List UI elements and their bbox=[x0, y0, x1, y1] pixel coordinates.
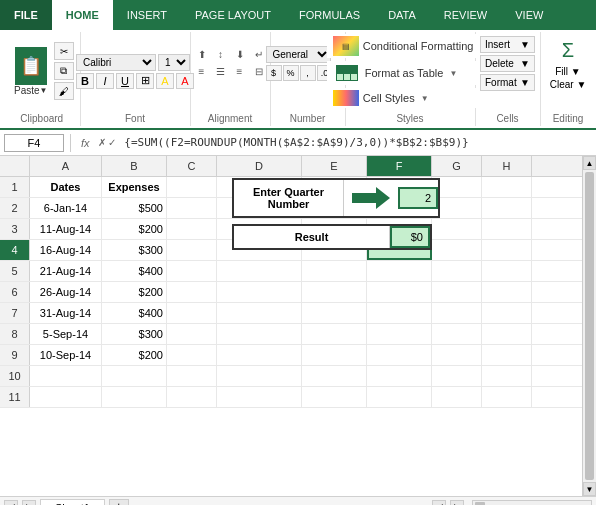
cell-e5[interactable] bbox=[302, 261, 367, 281]
cell-g7[interactable] bbox=[432, 303, 482, 323]
cell-b3[interactable]: $200 bbox=[102, 219, 167, 239]
cell-f9[interactable] bbox=[367, 345, 432, 365]
align-right-button[interactable]: ≡ bbox=[231, 64, 249, 80]
delete-button[interactable]: Delete ▼ bbox=[480, 55, 535, 72]
cell-h9[interactable] bbox=[482, 345, 532, 365]
row-num-7[interactable]: 7 bbox=[0, 303, 30, 323]
cell-h5[interactable] bbox=[482, 261, 532, 281]
align-center-button[interactable]: ☰ bbox=[212, 64, 230, 80]
cell-b6[interactable]: $200 bbox=[102, 282, 167, 302]
cell-b10[interactable] bbox=[102, 366, 167, 386]
format-as-table-button[interactable]: Format as Table ▼ bbox=[327, 61, 494, 85]
cell-a10[interactable] bbox=[30, 366, 102, 386]
row-num-3[interactable]: 3 bbox=[0, 219, 30, 239]
col-header-c[interactable]: C bbox=[167, 156, 217, 176]
cell-a4[interactable]: 16-Aug-14 bbox=[30, 240, 102, 260]
cell-f5[interactable] bbox=[367, 261, 432, 281]
cell-f11[interactable] bbox=[367, 387, 432, 407]
currency-button[interactable]: $ bbox=[266, 65, 282, 81]
cell-b5[interactable]: $400 bbox=[102, 261, 167, 281]
cell-a8[interactable]: 5-Sep-14 bbox=[30, 324, 102, 344]
scroll-down-button[interactable]: ▼ bbox=[583, 482, 596, 496]
cell-f7[interactable] bbox=[367, 303, 432, 323]
tab-view[interactable]: VIEW bbox=[501, 0, 557, 30]
font-family-select[interactable]: Calibri bbox=[76, 54, 156, 71]
col-header-a[interactable]: A bbox=[30, 156, 102, 176]
cell-d8[interactable] bbox=[217, 324, 302, 344]
row-num-2[interactable]: 2 bbox=[0, 198, 30, 218]
horizontal-scrollbar[interactable] bbox=[472, 500, 592, 505]
sheet-scroll-left[interactable]: ◀ bbox=[432, 500, 446, 505]
border-button[interactable]: ⊞ bbox=[136, 73, 154, 89]
fill-button[interactable]: Fill ▼ bbox=[555, 66, 580, 77]
cell-g6[interactable] bbox=[432, 282, 482, 302]
cell-d5[interactable] bbox=[217, 261, 302, 281]
col-header-f[interactable]: F bbox=[367, 156, 432, 176]
sheet-nav-prev[interactable]: ◀ bbox=[4, 500, 18, 505]
tab-file[interactable]: FILE bbox=[0, 0, 52, 30]
cell-a9[interactable]: 10-Sep-14 bbox=[30, 345, 102, 365]
col-header-h[interactable]: H bbox=[482, 156, 532, 176]
cell-c8[interactable] bbox=[167, 324, 217, 344]
align-top-button[interactable]: ⬆ bbox=[193, 47, 211, 63]
cell-g8[interactable] bbox=[432, 324, 482, 344]
cell-styles-button[interactable]: Cell Styles ▼ bbox=[327, 88, 494, 108]
cell-e6[interactable] bbox=[302, 282, 367, 302]
align-bottom-button[interactable]: ⬇ bbox=[231, 47, 249, 63]
row-num-5[interactable]: 5 bbox=[0, 261, 30, 281]
cell-a5[interactable]: 21-Aug-14 bbox=[30, 261, 102, 281]
formula-input[interactable]: {=SUM((F2=ROUNDUP(MONTH($A$2:$A$9)/3,0))… bbox=[124, 136, 592, 149]
copy-button[interactable]: ⧉ bbox=[54, 62, 74, 80]
row-num-6[interactable]: 6 bbox=[0, 282, 30, 302]
cell-h8[interactable] bbox=[482, 324, 532, 344]
cell-c5[interactable] bbox=[167, 261, 217, 281]
cell-g11[interactable] bbox=[432, 387, 482, 407]
tab-review[interactable]: REVIEW bbox=[430, 0, 501, 30]
col-header-d[interactable]: D bbox=[217, 156, 302, 176]
cell-a1[interactable]: Dates bbox=[30, 177, 102, 197]
cell-a3[interactable]: 11-Aug-14 bbox=[30, 219, 102, 239]
vertical-scrollbar[interactable]: ▲ ▼ bbox=[582, 156, 596, 496]
cell-b9[interactable]: $200 bbox=[102, 345, 167, 365]
cell-c6[interactable] bbox=[167, 282, 217, 302]
italic-button[interactable]: I bbox=[96, 73, 114, 89]
align-left-button[interactable]: ≡ bbox=[193, 64, 211, 80]
result-value[interactable]: $0 bbox=[390, 226, 430, 248]
cell-e10[interactable] bbox=[302, 366, 367, 386]
col-header-e[interactable]: E bbox=[302, 156, 367, 176]
row-num-11[interactable]: 11 bbox=[0, 387, 30, 407]
cell-e8[interactable] bbox=[302, 324, 367, 344]
sheet-tab-sheet1[interactable]: Sheet1 bbox=[40, 499, 105, 505]
cell-f10[interactable] bbox=[367, 366, 432, 386]
underline-button[interactable]: U bbox=[116, 73, 134, 89]
cell-d11[interactable] bbox=[217, 387, 302, 407]
cell-c1[interactable] bbox=[167, 177, 217, 197]
row-num-1[interactable]: 1 bbox=[0, 177, 30, 197]
tab-page-layout[interactable]: PAGE LAYOUT bbox=[181, 0, 285, 30]
cell-b11[interactable] bbox=[102, 387, 167, 407]
cut-button[interactable]: ✂ bbox=[54, 42, 74, 60]
cell-b7[interactable]: $400 bbox=[102, 303, 167, 323]
cell-reference-input[interactable]: F4 bbox=[4, 134, 64, 152]
comma-button[interactable]: , bbox=[300, 65, 316, 81]
percent-button[interactable]: % bbox=[283, 65, 299, 81]
scroll-up-button[interactable]: ▲ bbox=[583, 156, 596, 170]
cell-e9[interactable] bbox=[302, 345, 367, 365]
cell-g5[interactable] bbox=[432, 261, 482, 281]
cell-h10[interactable] bbox=[482, 366, 532, 386]
cell-a6[interactable]: 26-Aug-14 bbox=[30, 282, 102, 302]
format-button[interactable]: Format ▼ bbox=[480, 74, 535, 91]
cell-g9[interactable] bbox=[432, 345, 482, 365]
cell-c10[interactable] bbox=[167, 366, 217, 386]
row-num-4[interactable]: 4 bbox=[0, 240, 30, 260]
cell-b4[interactable]: $300 bbox=[102, 240, 167, 260]
cell-c11[interactable] bbox=[167, 387, 217, 407]
sheet-scroll-right[interactable]: ▶ bbox=[450, 500, 464, 505]
cell-f6[interactable] bbox=[367, 282, 432, 302]
cell-c9[interactable] bbox=[167, 345, 217, 365]
tab-home[interactable]: HOME bbox=[52, 0, 113, 30]
cell-b1[interactable]: Expenses bbox=[102, 177, 167, 197]
col-header-g[interactable]: G bbox=[432, 156, 482, 176]
cell-e7[interactable] bbox=[302, 303, 367, 323]
autosum-button[interactable]: Σ bbox=[543, 37, 593, 64]
